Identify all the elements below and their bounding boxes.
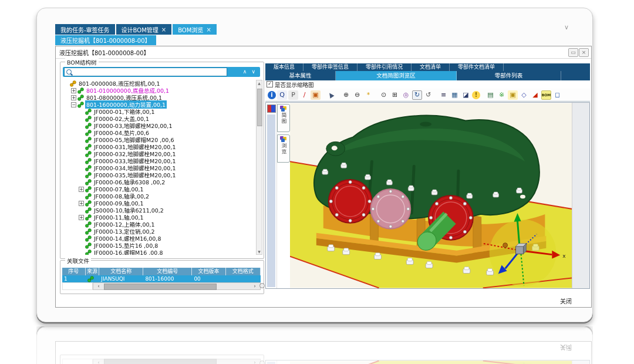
scroll-up-icon[interactable]: ▲ bbox=[257, 81, 262, 85]
tab-BOM浏览[interactable]: BOM浏览× bbox=[173, 24, 217, 35]
screen-icon[interactable]: ◻ bbox=[552, 90, 562, 100]
collapse-icon[interactable]: − bbox=[71, 102, 76, 107]
markup-icon[interactable]: ▣ bbox=[311, 90, 321, 100]
column-header[interactable]: 来源 bbox=[86, 268, 100, 275]
table-hscrollbar[interactable]: ‹ › bbox=[62, 282, 261, 290]
detail-tab-零部件审签信息[interactable]: 零部件审签信息 bbox=[303, 63, 358, 71]
scroll-left-icon[interactable]: ‹ bbox=[95, 283, 103, 289]
thumbnail-option-row: ✓ 是否显示缩略图 bbox=[265, 80, 590, 88]
tree-item[interactable]: JF0000-12,上箱体,00,1 bbox=[62, 221, 255, 228]
thumbnail-checkbox[interactable]: ✓ bbox=[267, 81, 273, 87]
tree-search-bar: ∧ ∨ bbox=[63, 67, 260, 77]
tree-item[interactable]: JF0000-06,轴承6308 ,00,2 bbox=[62, 178, 255, 186]
render-mode-icon[interactable]: ◪ bbox=[461, 90, 471, 100]
column-header[interactable]: 文档版本 bbox=[192, 268, 225, 275]
inner-window-title: 液压挖掘机【801-0000008-00】 bbox=[59, 48, 150, 57]
model-cube-icon[interactable] bbox=[267, 105, 276, 113]
bom-icon[interactable]: BOM bbox=[541, 90, 551, 100]
rotate-icon[interactable]: ◎ bbox=[401, 90, 411, 100]
hscroll-track[interactable]: ‹ › bbox=[93, 282, 261, 290]
expand-icon[interactable]: + bbox=[71, 88, 76, 93]
zoom-dynamic-icon[interactable]: ⊙ bbox=[379, 90, 389, 100]
detail-tab-文档简图浏览区[interactable]: 文档简图浏览区 bbox=[336, 71, 457, 80]
spin-icon[interactable]: ↻ bbox=[412, 90, 422, 100]
tab-close-icon[interactable]: × bbox=[161, 26, 166, 33]
restore-icon[interactable]: ▭ bbox=[568, 48, 578, 57]
detail-tab-基本属性[interactable]: 基本属性 bbox=[265, 71, 336, 80]
inner-window-titlebar: 液压挖掘机【801-0000008-00】 ▭ × bbox=[56, 46, 591, 59]
part-icon bbox=[85, 151, 92, 157]
tree-item[interactable]: JF0000-08,轴承,00,2 bbox=[62, 193, 255, 200]
scroll-down-icon[interactable]: ▼ bbox=[257, 250, 262, 254]
part-icon bbox=[85, 207, 92, 214]
section-icon[interactable]: ◢ bbox=[530, 90, 540, 100]
measure-icon[interactable]: ▦ bbox=[450, 90, 460, 100]
light-icon[interactable]: ! bbox=[472, 91, 480, 99]
zoom-window-icon[interactable]: ⊞ bbox=[390, 90, 400, 100]
redline-icon[interactable]: / bbox=[299, 90, 309, 100]
tab-设计BOM管理[interactable]: 设计BOM管理× bbox=[116, 24, 172, 35]
viewport-3d[interactable]: x bbox=[290, 103, 572, 288]
part-icon bbox=[85, 179, 92, 186]
tab-我的任务-审签任务[interactable]: 我的任务-审签任务 bbox=[55, 24, 115, 35]
part-icon bbox=[85, 165, 92, 171]
table-row[interactable]: 1JIANSUQI801-1600000 bbox=[62, 275, 261, 282]
print-icon[interactable]: P bbox=[288, 90, 298, 100]
pan-icon[interactable]: ↺ bbox=[423, 90, 433, 100]
side-tab-label: 简图 bbox=[280, 113, 287, 124]
expand-icon[interactable]: + bbox=[79, 201, 84, 206]
detail-tab-版本信息[interactable]: 版本信息 bbox=[265, 63, 303, 71]
tree-item[interactable]: +JF0000-07,轴,00,1 bbox=[62, 186, 255, 193]
tree-search-box[interactable] bbox=[64, 68, 227, 76]
detail-tab-零部件列表[interactable]: 零部件列表 bbox=[457, 71, 561, 80]
detail-tab-零部件文档清单[interactable]: 零部件文档清单 bbox=[450, 63, 504, 71]
explode-icon[interactable]: ※ bbox=[497, 90, 507, 100]
close-icon[interactable]: × bbox=[579, 48, 589, 57]
chevron-down-icon[interactable]: ∨ bbox=[564, 23, 569, 31]
fit-all-icon[interactable]: * bbox=[363, 90, 373, 100]
tree-item[interactable]: JF0000-16,螺帽M16 ,00,8 bbox=[62, 249, 255, 255]
viewer-icon-column bbox=[266, 103, 276, 288]
column-header[interactable]: 文档格式 bbox=[226, 268, 261, 275]
close-button[interactable]: 关闭 bbox=[560, 296, 572, 305]
tree-item[interactable]: +JF0000-11,轴,00,1 bbox=[62, 214, 255, 221]
zoom-out-icon[interactable]: ⊖ bbox=[352, 90, 362, 100]
table-cell bbox=[226, 275, 261, 282]
tree-item[interactable]: JF0000-03,地脚螺栓M20,00,1 bbox=[62, 122, 255, 129]
display-list-icon[interactable]: ≡ bbox=[439, 90, 448, 100]
document-viewer: 简图浏览 bbox=[265, 102, 590, 289]
document-subtab[interactable]: 液压挖掘机【801-0000008-00】 bbox=[55, 35, 156, 45]
viewer-side-tab-简图[interactable]: 简图 bbox=[277, 104, 290, 132]
expand-icon[interactable]: + bbox=[79, 215, 84, 220]
flange-left bbox=[329, 180, 372, 223]
hscroll-thumb[interactable] bbox=[104, 284, 217, 290]
tree-item[interactable]: −801-16000000,动力装置,00,1 bbox=[62, 101, 255, 108]
viewer-side-tab-浏览[interactable]: 浏览 bbox=[277, 134, 290, 163]
select-cursor-icon[interactable]: ▲ bbox=[326, 90, 336, 100]
expand-icon[interactable]: + bbox=[71, 95, 76, 100]
snapshot-icon[interactable]: ▣ bbox=[508, 90, 518, 100]
search-prev-icon[interactable]: ∧ bbox=[243, 68, 247, 76]
column-header[interactable]: 序号 bbox=[62, 268, 86, 275]
tree-scrollbar[interactable]: ▲ ▼ bbox=[256, 80, 262, 255]
scroll-right-icon[interactable]: › bbox=[251, 283, 259, 289]
search-next-icon[interactable]: ∨ bbox=[251, 68, 255, 76]
detail-tab-零部件引用情况[interactable]: 零部件引用情况 bbox=[358, 63, 412, 71]
main-tab-bar: 我的任务-审签任务设计BOM管理×BOM浏览× bbox=[55, 24, 217, 35]
tab-close-icon[interactable]: × bbox=[206, 26, 211, 33]
zoom-in-icon[interactable]: ⊕ bbox=[341, 90, 351, 100]
table-corner bbox=[62, 282, 93, 290]
compass-icon[interactable]: ◇ bbox=[519, 90, 529, 100]
info-icon[interactable]: i bbox=[268, 91, 276, 99]
tree-item[interactable]: JS0000-10,轴承6211,00,2 bbox=[62, 207, 255, 214]
scroll-thumb[interactable] bbox=[257, 89, 262, 126]
tree-item[interactable]: JF0000-01,下箱体,00,1 bbox=[62, 108, 255, 115]
export-icon[interactable]: ▤ bbox=[485, 90, 495, 100]
preview-icon[interactable]: Q bbox=[277, 90, 287, 100]
search-input[interactable] bbox=[72, 69, 227, 75]
column-header[interactable]: 文档名称 bbox=[99, 268, 143, 275]
column-header[interactable]: 文档编号 bbox=[143, 268, 192, 275]
expand-icon[interactable]: + bbox=[79, 187, 84, 192]
thumbnail-checkbox-label: 是否显示缩略图 bbox=[275, 80, 314, 89]
detail-tab-文档清单[interactable]: 文档清单 bbox=[412, 63, 450, 71]
